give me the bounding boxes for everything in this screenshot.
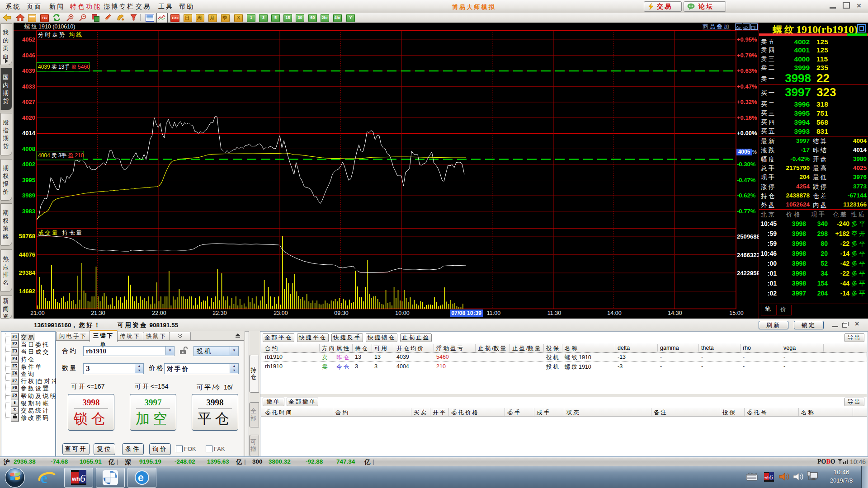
svg-text:6: 6 [769, 474, 773, 481]
svg-text:6: 6 [80, 472, 85, 484]
svg-text:wh: wh [764, 475, 769, 479]
svg-text:e: e [41, 469, 47, 486]
svg-text:wh: wh [71, 475, 80, 482]
svg-text:e: e [138, 472, 144, 483]
